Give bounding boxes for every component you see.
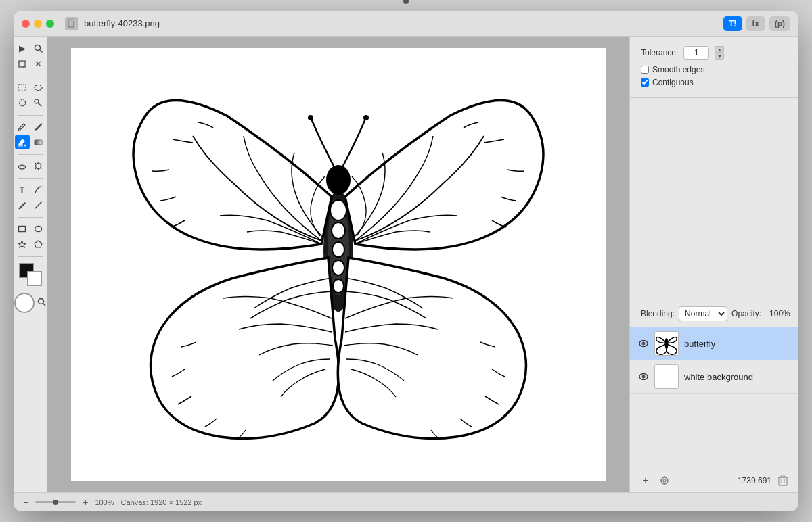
file-icon — [65, 17, 78, 30]
close-button[interactable] — [22, 20, 30, 28]
tool-group-retouch — [14, 158, 47, 173]
pencil-tool[interactable] — [15, 197, 30, 212]
polygon-tool[interactable] — [31, 237, 46, 252]
divider-4 — [18, 178, 43, 179]
svg-point-40 — [308, 115, 313, 120]
divider-1 — [18, 76, 43, 76]
magic-wand-tool[interactable] — [31, 95, 46, 110]
titlebar-actions: T! fx (p) — [723, 16, 790, 31]
background-color[interactable] — [27, 271, 42, 286]
maximize-button[interactable] — [46, 20, 54, 28]
svg-point-31 — [35, 226, 42, 231]
svg-rect-18 — [35, 140, 42, 145]
tolerance-input[interactable] — [683, 46, 709, 60]
divider-2 — [18, 115, 43, 116]
arrow-tool[interactable]: ▶ — [15, 41, 30, 55]
ellipse-shape-tool[interactable] — [31, 221, 46, 236]
type-button[interactable]: T! — [723, 16, 742, 31]
zoom-slider[interactable] — [35, 501, 76, 503]
layer-thumb-butterfly — [654, 331, 679, 356]
burn-tool[interactable] — [31, 158, 46, 173]
svg-point-39 — [326, 165, 351, 195]
svg-point-52 — [642, 375, 646, 379]
blur-tool[interactable] — [15, 158, 30, 173]
minimize-button[interactable] — [34, 20, 42, 28]
svg-line-24 — [41, 168, 41, 169]
star-tool[interactable] — [15, 237, 30, 252]
layer-coords: 1739,691 — [738, 476, 771, 485]
panel-spacer — [630, 98, 798, 301]
pen-tool[interactable] — [31, 119, 46, 134]
tool-group-shapes — [14, 221, 47, 252]
rect-shape-tool[interactable] — [15, 221, 30, 236]
gradient-tool[interactable] — [31, 135, 46, 149]
layer-visibility-white-bg[interactable] — [638, 371, 649, 382]
statusbar: − + 100% Canvas: 1920 × 1522 px — [14, 492, 798, 511]
layer-item-white-background[interactable]: white background — [630, 360, 798, 394]
canvas-info: Canvas: 1920 × 1522 px — [121, 498, 202, 506]
butterfly-image — [71, 48, 606, 481]
canvas[interactable] — [71, 48, 606, 481]
svg-line-22 — [41, 163, 41, 164]
svg-point-17 — [24, 144, 26, 146]
canvas-area — [47, 37, 629, 492]
tolerance-label: Tolerance: — [641, 48, 678, 57]
svg-line-29 — [35, 202, 41, 208]
paint-bucket-tool[interactable] — [15, 135, 30, 149]
svg-rect-30 — [19, 226, 26, 231]
color-preview[interactable] — [19, 263, 42, 286]
zoom-small-icon — [37, 298, 46, 306]
smooth-edges-checkbox[interactable] — [641, 66, 649, 74]
zoom-in-button[interactable]: + — [83, 497, 88, 508]
contiguous-checkbox[interactable] — [641, 78, 649, 87]
script-button[interactable]: (p) — [769, 16, 790, 31]
svg-point-48 — [642, 342, 646, 346]
svg-rect-1 — [72, 20, 74, 21]
svg-rect-7 — [18, 85, 26, 91]
svg-point-54 — [663, 479, 666, 482]
transform-tool[interactable]: ✕ — [31, 56, 46, 71]
rect-select-tool[interactable] — [15, 80, 30, 95]
layer-name-white-bg: white background — [684, 372, 753, 382]
crop-tool[interactable] — [15, 56, 30, 71]
svg-point-43 — [332, 222, 345, 239]
svg-point-41 — [363, 115, 369, 120]
blending-label: Blending: — [641, 309, 675, 318]
zoom-slider-thumb — [53, 500, 58, 505]
ellipse-select-tool[interactable] — [31, 80, 46, 95]
line-tool[interactable] — [31, 197, 46, 212]
svg-point-8 — [35, 85, 42, 90]
svg-point-45 — [332, 260, 344, 275]
layer-settings-button[interactable] — [657, 473, 672, 488]
svg-marker-32 — [18, 241, 26, 247]
smooth-edges-row: Smooth edges — [641, 65, 788, 74]
layer-visibility-butterfly[interactable] — [638, 338, 649, 349]
tolerance-row: Tolerance: ▲ ▼ — [641, 46, 788, 60]
svg-point-10 — [35, 99, 39, 103]
svg-point-42 — [330, 200, 346, 220]
delete-layer-button[interactable] — [775, 473, 790, 488]
tool-group-paint — [14, 119, 47, 149]
toolbar: ▶ ✕ — [14, 37, 47, 492]
svg-line-28 — [35, 163, 36, 164]
fx-button[interactable]: fx — [746, 16, 765, 31]
add-layer-button[interactable]: + — [638, 473, 653, 488]
text-tool[interactable]: T — [15, 182, 30, 197]
blending-select[interactable]: Normal Multiply Screen Overlay — [679, 306, 727, 321]
svg-point-44 — [332, 242, 344, 257]
tolerance-up[interactable]: ▲ — [715, 46, 724, 53]
path-draw-tool[interactable] — [31, 182, 46, 197]
tolerance-down[interactable]: ▼ — [715, 53, 724, 60]
right-panel: Tolerance: ▲ ▼ Smooth edges Contiguous — [629, 37, 798, 492]
layers-list: butterfly white background — [630, 327, 798, 469]
app-window: butterfly-40233.png T! fx (p) ▶ — [14, 11, 798, 511]
zoom-tool[interactable] — [31, 41, 46, 55]
lasso-tool[interactable] — [15, 95, 30, 110]
color-circle[interactable] — [14, 293, 35, 313]
traffic-lights — [22, 20, 54, 28]
svg-line-35 — [43, 303, 46, 306]
contiguous-row: Contiguous — [641, 78, 788, 87]
layer-item-butterfly[interactable]: butterfly — [630, 327, 798, 360]
eyedropper-tool[interactable] — [15, 119, 30, 134]
zoom-out-button[interactable]: − — [23, 497, 28, 508]
